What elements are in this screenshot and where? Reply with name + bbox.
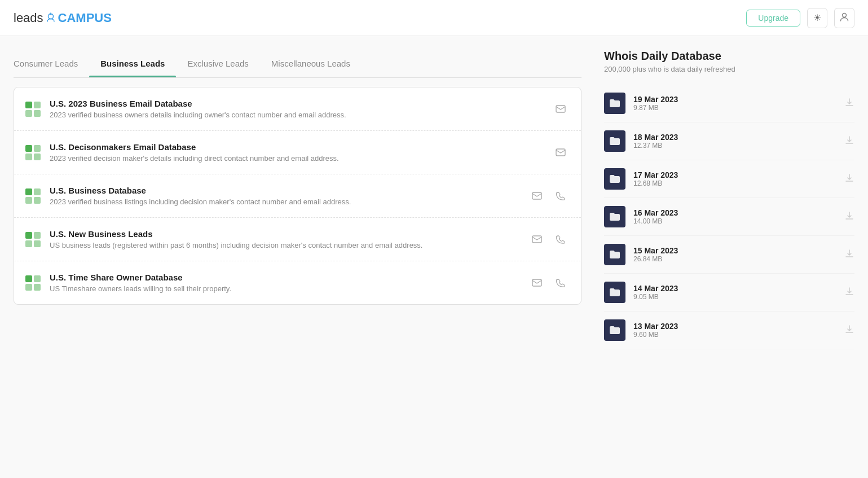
- left-panel: Consumer Leads Business Leads Exclusive …: [14, 50, 581, 349]
- lead-icon-grid: [25, 102, 41, 117]
- whois-date: 17 Mar 2023: [633, 170, 836, 179]
- list-item: U.S. New Business Leads US business lead…: [14, 218, 581, 261]
- lead-info: U.S. 2023 Business Email Database 2023 v…: [50, 99, 543, 119]
- lead-icon-grid: [25, 188, 41, 204]
- dot-bottom-right: [34, 197, 41, 204]
- download-icon[interactable]: [844, 135, 854, 148]
- lead-actions: [552, 100, 570, 118]
- dot-bottom-left: [25, 240, 32, 247]
- svg-rect-6: [532, 279, 541, 286]
- list-item: 16 Mar 2023 14.00 MB: [604, 198, 854, 236]
- dot-bottom-left: [25, 154, 32, 160]
- lead-desc: 2023 verified business owners details in…: [50, 111, 543, 119]
- tab-miscellaneous[interactable]: Miscellaneous Leads: [260, 50, 362, 77]
- whois-list: 19 Mar 2023 9.87 MB 18 Mar 2023 12.37 MB: [604, 85, 854, 349]
- email-icon[interactable]: [528, 274, 546, 292]
- lead-title: U.S. 2023 Business Email Database: [50, 99, 543, 108]
- phone-icon[interactable]: [552, 230, 570, 248]
- dot-top-right: [34, 275, 41, 282]
- list-item: U.S. 2023 Business Email Database 2023 v…: [14, 87, 581, 131]
- folder-icon: [604, 93, 625, 114]
- download-icon[interactable]: [844, 248, 854, 261]
- lead-desc: US Timeshare owners leads willing to sel…: [50, 284, 519, 293]
- logo-icon: [45, 12, 57, 24]
- dot-top-left: [25, 145, 32, 152]
- dot-top-left: [25, 275, 32, 282]
- whois-size: 14.00 MB: [633, 217, 836, 225]
- logo: leads CAMPUS: [14, 11, 112, 25]
- whois-size: 26.84 MB: [633, 255, 836, 263]
- lead-title: U.S. Decisonmakers Email Database: [50, 142, 543, 152]
- whois-title: Whois Daily Database: [604, 50, 854, 63]
- tab-business[interactable]: Business Leads: [89, 50, 176, 77]
- lead-info: U.S. New Business Leads US business lead…: [50, 229, 519, 249]
- download-icon[interactable]: [844, 286, 854, 299]
- dot-bottom-right: [34, 284, 41, 291]
- folder-icon: [604, 319, 625, 341]
- svg-rect-3: [556, 149, 565, 156]
- lead-info: U.S. Time Share Owner Database US Timesh…: [50, 273, 519, 293]
- email-icon[interactable]: [552, 100, 570, 118]
- tabs-container: Consumer Leads Business Leads Exclusive …: [14, 50, 581, 78]
- download-icon[interactable]: [844, 173, 854, 186]
- folder-icon: [604, 244, 625, 265]
- whois-size: 12.68 MB: [633, 179, 836, 187]
- right-panel: Whois Daily Database 200,000 plus who is…: [595, 50, 854, 349]
- email-icon[interactable]: [528, 230, 546, 248]
- dot-bottom-right: [34, 240, 41, 247]
- list-item: U.S. Business Database 2023 verified bus…: [14, 174, 581, 218]
- upgrade-button[interactable]: Upgrade: [746, 10, 800, 27]
- email-icon[interactable]: [552, 143, 570, 161]
- lead-actions: [552, 143, 570, 161]
- theme-toggle-button[interactable]: ☀: [807, 8, 827, 28]
- dot-bottom-left: [25, 284, 32, 291]
- download-icon[interactable]: [844, 324, 854, 337]
- whois-size: 9.05 MB: [633, 293, 836, 301]
- list-item: 13 Mar 2023 9.60 MB: [604, 312, 854, 349]
- phone-icon[interactable]: [552, 274, 570, 292]
- whois-info: 18 Mar 2023 12.37 MB: [633, 133, 836, 150]
- list-item: 15 Mar 2023 26.84 MB: [604, 236, 854, 274]
- folder-icon: [604, 130, 625, 152]
- user-avatar-button[interactable]: [834, 8, 854, 28]
- dot-bottom-left: [25, 110, 32, 117]
- dot-top-right: [34, 145, 41, 152]
- lead-desc: US business leads (registered within pas…: [50, 241, 519, 249]
- phone-icon[interactable]: [552, 187, 570, 205]
- tab-consumer[interactable]: Consumer Leads: [14, 50, 89, 77]
- download-icon[interactable]: [844, 211, 854, 223]
- list-item: U.S. Decisonmakers Email Database 2023 v…: [14, 131, 581, 174]
- dot-bottom-left: [25, 197, 32, 204]
- whois-info: 15 Mar 2023 26.84 MB: [633, 246, 836, 263]
- logo-leads-text: leads: [14, 11, 43, 25]
- tab-exclusive[interactable]: Exclusive Leads: [176, 50, 259, 77]
- whois-date: 13 Mar 2023: [633, 322, 836, 331]
- lead-list: U.S. 2023 Business Email Database 2023 v…: [14, 87, 581, 305]
- lead-title: U.S. Business Database: [50, 186, 519, 195]
- email-icon[interactable]: [528, 187, 546, 205]
- whois-date: 18 Mar 2023: [633, 133, 836, 142]
- header-right: Upgrade ☀: [746, 8, 854, 28]
- list-item: 18 Mar 2023 12.37 MB: [604, 122, 854, 160]
- sun-icon: ☀: [813, 12, 821, 23]
- lead-desc: 2023 verified business listings includin…: [50, 198, 519, 206]
- whois-info: 16 Mar 2023 14.00 MB: [633, 208, 836, 225]
- whois-info: 13 Mar 2023 9.60 MB: [633, 322, 836, 339]
- lead-desc: 2023 verified decision maker's details i…: [50, 154, 543, 163]
- lead-actions: [528, 187, 570, 205]
- folder-icon: [604, 168, 625, 190]
- whois-size: 9.60 MB: [633, 331, 836, 339]
- header: leads CAMPUS Upgrade ☀: [0, 0, 868, 36]
- whois-info: 19 Mar 2023 9.87 MB: [633, 95, 836, 112]
- svg-rect-4: [532, 192, 541, 199]
- whois-subtitle: 200,000 plus who is data daily refreshed: [604, 65, 854, 73]
- dot-top-left: [25, 102, 32, 108]
- lead-actions: [528, 230, 570, 248]
- main-layout: Consumer Leads Business Leads Exclusive …: [0, 36, 868, 363]
- dot-top-right: [34, 232, 41, 239]
- whois-info: 17 Mar 2023 12.68 MB: [633, 170, 836, 187]
- download-icon[interactable]: [844, 97, 854, 110]
- list-item: 19 Mar 2023 9.87 MB: [604, 85, 854, 122]
- logo-campus-text: CAMPUS: [58, 11, 112, 25]
- whois-info: 14 Mar 2023 9.05 MB: [633, 284, 836, 301]
